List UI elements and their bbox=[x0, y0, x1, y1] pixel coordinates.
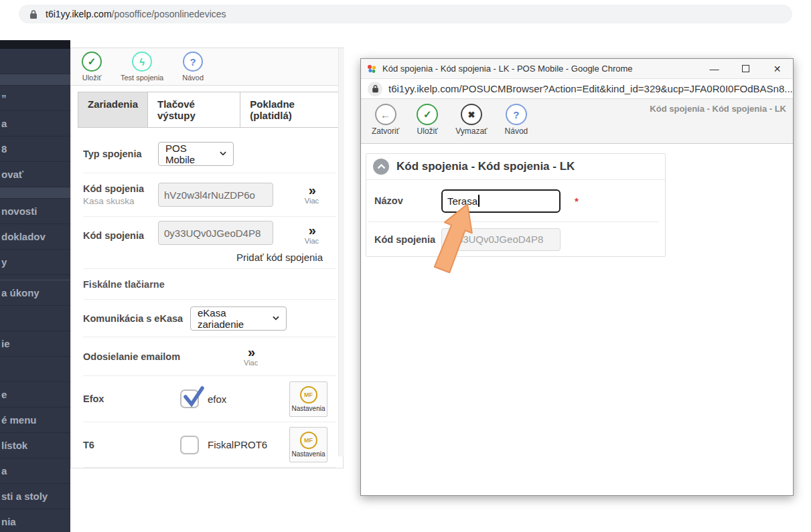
breadcrumb: Kód spojenia - Kód spojenia - LK bbox=[650, 104, 786, 114]
save-button[interactable]: ✓ Uložiť bbox=[82, 52, 102, 82]
sidebar-item[interactable]: ovať bbox=[0, 162, 70, 187]
chevron-up-icon bbox=[377, 164, 386, 169]
save-check-icon: ✓ bbox=[82, 52, 102, 72]
popup-titlebar[interactable]: Kód spojenia - Kód spojenia - LK - POS M… bbox=[361, 59, 793, 79]
collapse-button[interactable] bbox=[373, 159, 389, 175]
ikelp-favicon bbox=[366, 64, 377, 74]
url-domain: t6i1yy.ikelp.com bbox=[46, 9, 112, 19]
ekasa-label: Komunikácia s eKasa bbox=[83, 313, 190, 324]
help-button[interactable]: ? Návod bbox=[505, 104, 528, 143]
main-toolbar: ✓ Uložiť ϟ Test spojenia ? Návod bbox=[71, 48, 343, 86]
code2-more-button[interactable]: » Viac bbox=[305, 225, 319, 245]
test-connection-button[interactable]: ϟ Test spojenia bbox=[121, 52, 163, 82]
lock-icon bbox=[29, 9, 39, 19]
sidebar-item[interactable]: a úkony bbox=[0, 280, 70, 306]
sidebar-divider bbox=[0, 275, 70, 280]
sidebar-item[interactable]: 8 bbox=[0, 137, 70, 162]
question-icon: ? bbox=[506, 104, 527, 125]
maximize-icon bbox=[742, 65, 749, 72]
sidebar-item[interactable]: y bbox=[0, 250, 70, 275]
sidebar-header-strip bbox=[0, 40, 70, 49]
card-header: Kód spojenia - Kód spojenia - LK bbox=[366, 154, 665, 180]
sidebar-item[interactable]: nia bbox=[0, 509, 70, 532]
sidebar-item[interactable]: a bbox=[0, 111, 70, 137]
lock-icon bbox=[368, 82, 382, 96]
sidebar-divider bbox=[0, 187, 70, 199]
code1-label-block: Kód spojenia Kasa skuska bbox=[83, 183, 158, 206]
edit-card: Kód spojenia - Kód spojenia - LK Názov T… bbox=[366, 153, 666, 257]
popup-url-text: t6i1yy.ikelp.com/POSUCMBrowser?Action=Ed… bbox=[388, 83, 793, 94]
url-path: /posoffice/posonlinedevices bbox=[112, 9, 226, 19]
minimize-icon: — bbox=[710, 64, 719, 74]
chevron-down-icon bbox=[220, 151, 226, 156]
t6-label: T6 bbox=[83, 440, 180, 450]
popup-window-title: Kód spojenia - Kód spojenia - LK - POS M… bbox=[382, 64, 633, 74]
popup-content: Kód spojenia - Kód spojenia - LK Názov T… bbox=[361, 144, 793, 497]
close-dialog-button[interactable]: ← Zatvoriť bbox=[372, 104, 399, 143]
url-text: t6i1yy.ikelp.com/posoffice/posonlinedevi… bbox=[46, 9, 226, 19]
panel-scrollbar[interactable] bbox=[338, 48, 344, 456]
t6-checkbox-label: FiskalPROT6 bbox=[208, 439, 267, 450]
arrow-up-icon bbox=[429, 200, 482, 275]
chevron-down-icon bbox=[273, 316, 279, 321]
address-bar[interactable]: t6i1yy.ikelp.com/posoffice/posonlinedevi… bbox=[19, 5, 792, 23]
save-button[interactable]: ✓ Uložiť bbox=[417, 104, 438, 143]
email-more-button[interactable]: » Viac bbox=[244, 347, 258, 367]
sidebar-item[interactable]: e bbox=[0, 382, 70, 408]
sidebar-item[interactable]: ” bbox=[0, 86, 70, 111]
delete-button[interactable]: ✖ Vymazať bbox=[455, 104, 487, 143]
t6-settings-button[interactable]: MF Nastavenia bbox=[289, 427, 327, 462]
code1-sublabel: Kasa skuska bbox=[83, 196, 158, 206]
efox-checkbox[interactable] bbox=[180, 389, 199, 408]
card-title: Kód spojenia - Kód spojenia - LK bbox=[396, 160, 575, 173]
ekasa-select[interactable]: eKasa zariadenie bbox=[190, 306, 287, 331]
close-button[interactable]: ✕ bbox=[761, 59, 793, 79]
chevrons-icon: » bbox=[248, 347, 254, 357]
sidebar-item[interactable]: é menu bbox=[0, 408, 70, 433]
lightning-icon: ϟ bbox=[132, 52, 152, 72]
sidebar-item[interactable]: lístok bbox=[0, 433, 70, 458]
maximize-button[interactable] bbox=[730, 59, 761, 79]
sidebar-divider bbox=[0, 74, 70, 86]
devices-settings-panel: ✓ Uložiť ϟ Test spojenia ? Návod Zariade… bbox=[70, 48, 344, 468]
email-sending-label: Odosielanie emailom bbox=[83, 351, 198, 362]
annotation-arrow bbox=[429, 200, 482, 275]
tab-tlacove-vystupy[interactable]: Tlačové výstupy bbox=[147, 92, 240, 128]
sidebar-item[interactable] bbox=[0, 306, 70, 331]
tab-bar: Zariadenia Tlačové výstupy Pokladne (pla… bbox=[78, 92, 343, 128]
device-form: Typ spojenia POS Mobile Kód spojenia Kas… bbox=[71, 128, 343, 468]
add-connection-code-link[interactable]: Pridať kód spojenia bbox=[236, 252, 323, 263]
sidebar-item[interactable]: novosti bbox=[0, 199, 70, 224]
code1-more-button[interactable]: » Viac bbox=[305, 185, 319, 205]
question-icon: ? bbox=[183, 52, 203, 72]
connection-type-select[interactable]: POS Mobile bbox=[158, 142, 234, 166]
tab-zariadenia[interactable]: Zariadenia bbox=[78, 92, 148, 128]
back-arrow-icon: ← bbox=[375, 104, 396, 125]
fiscal-printers-section-title: Fiskálne tlačiarne bbox=[83, 279, 165, 290]
code2-input[interactable]: 0y33UQv0JGeoD4P8 bbox=[158, 221, 273, 245]
help-button[interactable]: ? Návod bbox=[182, 52, 204, 82]
checkmark-icon bbox=[182, 385, 205, 408]
sidebar-item[interactable]: a bbox=[0, 458, 70, 484]
sidebar-item[interactable] bbox=[0, 357, 70, 382]
sidebar-item[interactable]: ie bbox=[0, 331, 70, 357]
tab-pokladne[interactable]: Pokladne (platidlá) bbox=[240, 92, 344, 128]
t6-checkbox[interactable] bbox=[180, 436, 199, 454]
efox-settings-button[interactable]: MF Nastavenia bbox=[289, 381, 327, 417]
code1-label: Kód spojenia bbox=[83, 183, 158, 194]
popup-address-bar[interactable]: t6i1yy.ikelp.com/POSUCMBrowser?Action=Ed… bbox=[361, 79, 793, 99]
minimize-button[interactable]: — bbox=[698, 59, 730, 79]
connection-type-label: Typ spojenia bbox=[83, 149, 158, 159]
efox-checkbox-label: efox bbox=[208, 393, 226, 405]
mf-fiscal-icon: MF bbox=[300, 386, 317, 404]
delete-x-icon: ✖ bbox=[461, 104, 482, 125]
code1-input[interactable]: hVz0w3l4rNuZDP6o bbox=[158, 183, 273, 207]
sidebar-item[interactable]: sti a stoly bbox=[0, 484, 70, 509]
save-check-icon: ✓ bbox=[417, 104, 438, 125]
chevrons-icon: » bbox=[309, 225, 315, 236]
sidebar-item[interactable] bbox=[0, 49, 70, 74]
window-controls: — ✕ bbox=[698, 59, 793, 79]
sidebar-item[interactable]: dokladov bbox=[0, 224, 70, 250]
efox-label: Efox bbox=[83, 393, 180, 404]
chevrons-icon: » bbox=[309, 185, 315, 195]
